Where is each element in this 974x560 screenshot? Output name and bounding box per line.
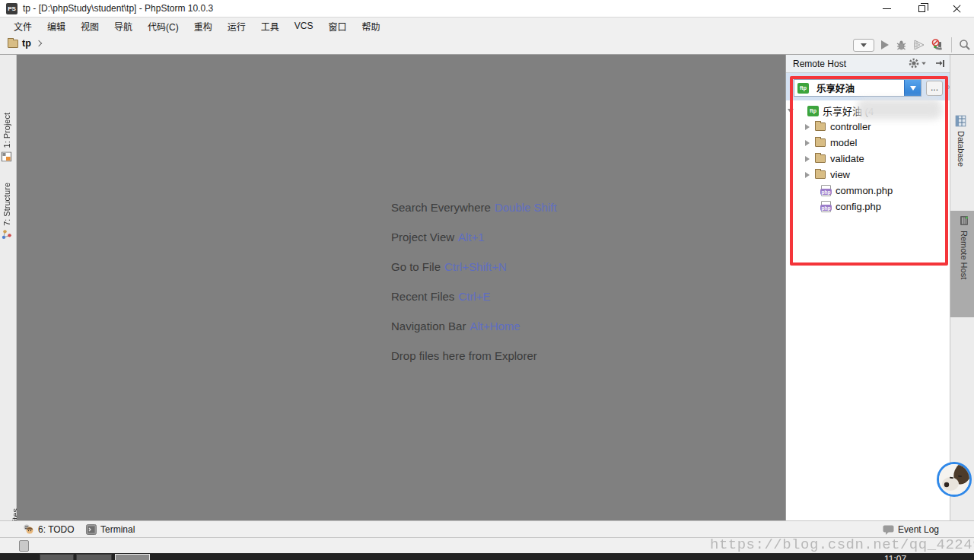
sidebar-tab-remote-host-label: Remote Host [960,231,969,279]
folder-icon [815,170,826,179]
tree-item-label: model [830,137,857,148]
phpstorm-app-icon: PS [6,3,18,14]
dog-image [939,464,969,495]
tree-row-folder[interactable]: controller [805,119,871,135]
menu-window[interactable]: 窗口 [320,18,354,35]
taskbar-app-button-active[interactable] [115,554,150,560]
todo-tab[interactable]: 6: TODO [23,521,75,538]
shortcut-keys: Ctrl+Shift+N [444,260,507,273]
tree-row-file[interactable]: php config.php [821,199,881,215]
breadcrumb-project[interactable]: tp [22,38,31,49]
sidebar-tab-structure[interactable]: 7: Structure [2,183,11,240]
terminal-icon [86,524,97,535]
breadcrumb[interactable]: tp [8,38,41,49]
taskbar-clock: 11:07 [884,554,906,560]
expand-arrow-icon[interactable] [805,140,810,146]
panel-title: Remote Host [793,59,846,69]
project-tool-icon [2,151,11,161]
php-file-icon: php [821,201,831,212]
collapse-arrow-icon[interactable] [788,109,794,113]
sidebar-tab-project-label: 1: Project [2,113,11,148]
toolwindow-toggle-icon[interactable] [19,540,29,552]
menu-run[interactable]: 运行 [220,18,253,35]
menu-view[interactable]: 视图 [73,18,107,35]
tree-item-label: common.php [836,185,893,196]
menu-tools[interactable]: 工具 [253,18,287,35]
coverage-icon[interactable] [914,40,925,50]
remote-host-tree: ftp 乐享好油 (4 controller model validate [786,100,950,520]
app-icon-text: PS [8,5,16,12]
shortcut-label: Navigation Bar [391,320,466,332]
chevron-right-icon [36,40,42,46]
folder-icon [8,40,18,48]
sidebar-tab-database-label: Database [956,131,966,167]
menubar: 文件 编辑 视图 导航 代码(C) 重构 运行 工具 VCS 窗口 帮助 [0,18,974,34]
server-combo-dropdown-button[interactable] [904,80,921,96]
tree-row-folder[interactable]: view [805,167,850,183]
hide-panel-icon[interactable] [936,59,945,68]
titlebar: PS tp - [D:\phpStudy\student\tp] - PhpSt… [0,0,974,18]
php-file-icon: php [821,185,831,196]
sidebar-tab-remote-host[interactable]: Remote Host [950,211,974,317]
tree-row-folder[interactable]: model [805,135,857,151]
tree-row-file[interactable]: php common.php [821,183,893,199]
expand-arrow-icon[interactable] [805,172,810,178]
terminal-tab-label: Terminal [100,524,135,535]
menu-navigate[interactable]: 导航 [107,18,140,35]
shortcut-keys: Alt+1 [458,231,485,243]
shortcut-row: Drop files here from Explorer [391,348,557,378]
shortcut-keys: Double Shift [495,201,557,214]
database-tool-icon [956,116,966,127]
expand-arrow-icon[interactable] [805,124,810,130]
taskbar-app-button[interactable] [40,554,74,560]
server-select-combo[interactable]: ftp 乐享好油 [794,79,921,97]
minimize-icon [883,8,891,9]
phpstorm-window: PS tp - [D:\phpStudy\student\tp] - PhpSt… [0,0,974,560]
stop-remote-phone-icon[interactable] [931,39,944,51]
ftp-icon: ftp [797,83,809,94]
expand-arrow-icon[interactable] [805,156,810,162]
tree-row-folder[interactable]: validate [805,151,864,167]
browse-servers-button[interactable]: ... [926,81,943,96]
run-configuration-dropdown[interactable] [853,39,874,52]
menu-help[interactable]: 帮助 [354,18,387,35]
remote-host-panel-header[interactable]: Remote Host [786,55,950,73]
sidebar-tab-structure-label: 7: Structure [2,183,11,226]
remote-host-tool-icon [959,215,969,226]
remote-host-toolbar: ftp 乐享好油 ... » [786,73,950,100]
ftp-icon: ftp [807,106,819,116]
menu-vcs[interactable]: VCS [287,18,321,33]
folder-icon [815,123,826,131]
todo-tab-label: 6: TODO [38,524,75,535]
ftp-icon-text: ftp [800,85,807,91]
menu-edit[interactable]: 编辑 [40,18,73,35]
dog-avatar[interactable] [937,462,972,497]
ftp-icon-text: ftp [810,108,816,113]
menu-code[interactable]: 代码(C) [140,18,186,35]
menu-file[interactable]: 文件 [6,18,40,35]
shortcut-label: Recent Files [391,290,454,303]
shortcut-row: Project ViewAlt+1 [391,230,557,259]
taskbar-app-button[interactable] [76,554,112,560]
event-log-tab[interactable]: Event Log [883,521,939,538]
chevron-down-icon [921,62,926,65]
run-button[interactable] [881,40,889,49]
editor-shortcut-help: Search EverywhereDouble Shift Project Vi… [391,200,557,378]
minimize-button[interactable] [869,0,904,18]
shortcut-label: Search Everywhere [391,201,491,214]
window-title: tp - [D:\phpStudy\student\tp] - PhpStorm… [23,3,213,14]
tree-item-label: validate [830,153,864,164]
search-icon[interactable] [959,39,971,51]
terminal-tab[interactable]: Terminal [86,521,135,538]
menu-refactor[interactable]: 重构 [186,18,220,35]
debug-bug-icon[interactable] [896,40,907,51]
shortcut-keys: Ctrl+E [458,290,490,303]
chevron-down-icon [910,86,916,91]
sidebar-tab-project[interactable]: 1: Project [2,113,11,161]
event-log-label: Event Log [898,524,939,535]
close-button[interactable] [939,0,974,18]
gear-icon[interactable] [909,58,927,68]
restore-button[interactable] [904,0,939,18]
csdn-watermark: https://blog.csdn.net/qq_42249890 [710,536,974,553]
sidebar-tab-database[interactable]: Database [953,111,968,171]
